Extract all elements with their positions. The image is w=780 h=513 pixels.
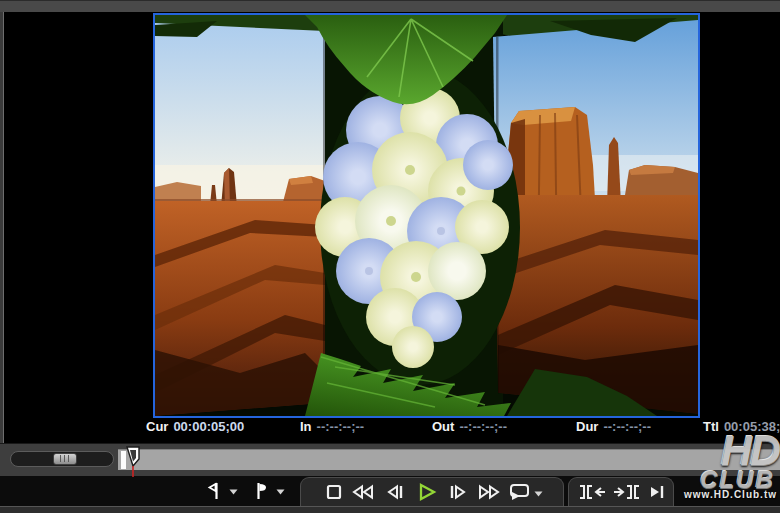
next-frame-icon xyxy=(448,483,471,501)
timecode-total-value: 00:05:38;03 xyxy=(724,419,780,434)
mark-out-flag-icon xyxy=(253,481,269,501)
rewind-button[interactable] xyxy=(348,480,378,504)
set-out-point-button[interactable] xyxy=(249,479,273,503)
next-edit-point-button[interactable] xyxy=(646,480,670,504)
transport-panel xyxy=(300,477,564,506)
play-icon xyxy=(413,482,439,502)
shuttle-slider-handle[interactable] xyxy=(53,453,77,465)
previous-frame-button[interactable] xyxy=(379,480,407,504)
timecode-in-label: In xyxy=(300,419,312,434)
rewind-icon xyxy=(350,483,376,501)
video-transition-frame xyxy=(155,15,698,416)
timecode-current-value[interactable]: 00:00:05;00 xyxy=(173,419,244,434)
goto-out-point-icon xyxy=(612,483,642,501)
set-out-dropdown-button[interactable] xyxy=(276,481,285,499)
set-in-point-button[interactable] xyxy=(202,479,226,503)
jump-panel xyxy=(568,477,674,506)
timecode-total-label: Ttl xyxy=(703,419,719,434)
window-bottom-edge xyxy=(0,506,780,513)
shuttle-slider-track[interactable] xyxy=(10,451,114,467)
next-edit-point-icon xyxy=(648,483,668,501)
video-preview xyxy=(153,13,700,418)
chevron-down-icon xyxy=(276,489,285,495)
window-top-bar xyxy=(0,0,780,12)
timecode-duration-value[interactable]: --:--:--;-- xyxy=(603,419,651,434)
timecode-duration: Dur--:--:--;-- xyxy=(576,419,651,435)
chevron-down-icon xyxy=(534,491,543,497)
goto-out-point-button[interactable] xyxy=(611,480,643,504)
previous-frame-icon xyxy=(382,483,405,501)
player-window: Cur00:00:05;00 In--:--:--;-- Out--:--:--… xyxy=(0,0,780,513)
timecode-current-label: Cur xyxy=(146,419,168,434)
play-button[interactable] xyxy=(411,480,441,504)
seek-bar[interactable] xyxy=(118,449,780,470)
timecode-in-value[interactable]: --:--:--;-- xyxy=(317,419,365,434)
timecode-current: Cur00:00:05;00 xyxy=(146,419,244,435)
fast-forward-icon xyxy=(476,483,502,501)
player-toolbar xyxy=(0,476,780,506)
playhead-marker[interactable] xyxy=(125,446,141,478)
set-in-dropdown-button[interactable] xyxy=(229,481,238,499)
loop-playback-button[interactable] xyxy=(505,480,533,504)
mark-buttons-group xyxy=(202,478,285,504)
mark-in-flag-icon xyxy=(206,481,222,501)
timecode-out-value[interactable]: --:--:--;-- xyxy=(459,419,507,434)
loop-dropdown-button[interactable] xyxy=(534,483,543,501)
goto-in-point-icon xyxy=(577,483,607,501)
shuttle-handle-ridges-icon xyxy=(60,455,71,462)
timecode-out-label: Out xyxy=(432,419,454,434)
goto-in-point-button[interactable] xyxy=(576,480,608,504)
fast-forward-button[interactable] xyxy=(474,480,504,504)
transition-left-panel xyxy=(155,15,327,416)
timecode-out: Out--:--:--;-- xyxy=(432,419,507,435)
chevron-down-icon xyxy=(229,489,238,495)
scrub-deck xyxy=(0,443,780,476)
loop-playback-icon xyxy=(507,482,532,502)
transition-right-panel xyxy=(493,15,698,414)
timecode-duration-label: Dur xyxy=(576,419,598,434)
stop-icon xyxy=(323,483,345,501)
stop-button[interactable] xyxy=(321,480,347,504)
timecode-total: Ttl00:05:38;03 xyxy=(703,419,780,435)
timecode-in: In--:--:--;-- xyxy=(300,419,364,435)
window-left-edge xyxy=(0,12,4,443)
next-frame-button[interactable] xyxy=(445,480,473,504)
